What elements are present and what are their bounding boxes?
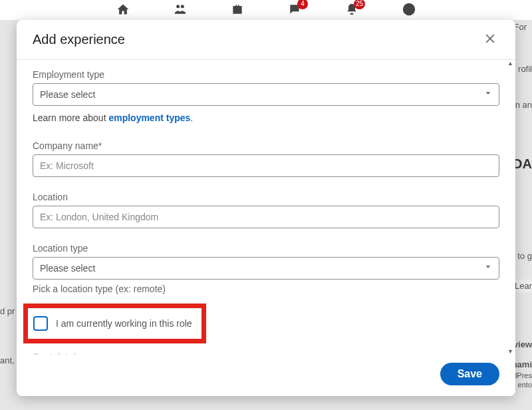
location-field: Location <box>33 192 499 228</box>
modal-header: Add experience <box>17 20 515 60</box>
location-type-select[interactable]: Please select <box>33 257 499 280</box>
scroll-down-arrow-icon[interactable]: ▼ <box>507 348 513 355</box>
modal-title: Add experience <box>33 32 125 47</box>
close-button[interactable] <box>481 29 499 50</box>
location-input[interactable] <box>33 206 499 228</box>
company-name-label: Company name* <box>33 140 499 151</box>
scroll-up-arrow-icon[interactable]: ▲ <box>507 60 513 67</box>
close-icon <box>483 37 497 47</box>
employment-types-link[interactable]: employment types <box>108 112 190 123</box>
company-name-field: Company name* <box>33 140 499 177</box>
highlight-annotation: I am currently working in this role <box>23 304 206 343</box>
currently-working-checkbox-row[interactable]: I am currently working in this role <box>28 308 201 339</box>
employment-type-field: Employment type Please select <box>33 69 499 106</box>
location-label: Location <box>33 192 499 202</box>
modal-overlay: Add experience ▲ Employment type Please … <box>0 0 532 410</box>
modal-body[interactable]: ▲ Employment type Please select Learn mo… <box>17 60 515 355</box>
currently-working-label: I am currently working in this role <box>56 318 192 329</box>
start-date-label: Start date* <box>33 351 499 355</box>
save-button[interactable]: Save <box>440 363 499 385</box>
location-type-label: Location type <box>33 243 499 254</box>
location-type-helper: Pick a location type (ex: remote) <box>33 284 499 294</box>
employment-type-select[interactable]: Please select <box>33 83 499 106</box>
company-name-input[interactable] <box>33 154 499 177</box>
employment-type-label: Employment type <box>33 69 499 80</box>
add-experience-modal: Add experience ▲ Employment type Please … <box>17 20 515 396</box>
modal-footer: Save <box>17 355 515 396</box>
learn-more-text: Learn more about employment types. <box>33 112 499 123</box>
location-type-field: Location type Please select Pick a locat… <box>33 243 499 294</box>
currently-working-checkbox[interactable] <box>33 316 48 331</box>
